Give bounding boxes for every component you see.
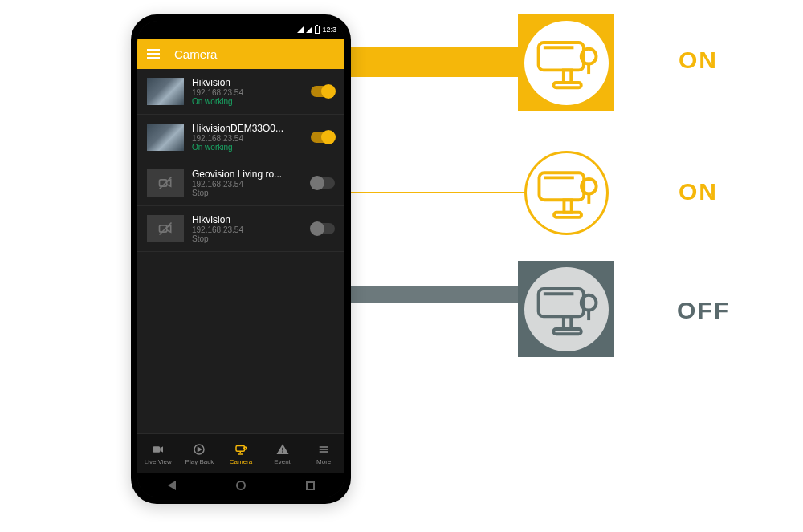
camera-thumbnail-off: [147, 215, 184, 242]
warning-icon: [275, 442, 290, 457]
phone-screen: 12:3 Camera Hikvision 192.168.23.54 On w…: [137, 21, 344, 497]
clock: 12:3: [322, 26, 336, 34]
status-icon-off: [518, 261, 614, 357]
status-label-on-1: ON: [679, 47, 718, 74]
camera-ip: 192.168.23.54: [192, 225, 303, 234]
svg-rect-16: [153, 446, 160, 453]
signal-icon-2: [306, 26, 312, 33]
camera-ip: 192.168.23.54: [192, 134, 303, 143]
nav-playback[interactable]: Play Back: [179, 434, 221, 473]
svg-line-15: [160, 223, 172, 235]
svg-rect-18: [236, 446, 245, 452]
svg-rect-10: [564, 316, 571, 329]
battery-icon: [315, 26, 320, 34]
app-bar: Camera: [137, 39, 344, 69]
nav-camera[interactable]: Camera: [220, 434, 262, 473]
camera-name: HikvisionDEM33O0...: [192, 123, 303, 134]
camera-thumbnail: [147, 78, 184, 105]
svg-line-13: [160, 177, 172, 189]
menu-icon[interactable]: [147, 49, 160, 59]
status-icon-on-1: [518, 14, 614, 111]
callout-band-3: [329, 286, 522, 303]
callout-line-2: [329, 192, 530, 193]
playback-icon: [192, 442, 206, 457]
camera-row[interactable]: HikvisionDEM33O0... 192.168.23.54 On wor…: [137, 115, 344, 160]
camera-toggle[interactable]: [311, 132, 335, 143]
svg-rect-3: [553, 83, 581, 87]
camera-toggle[interactable]: [311, 177, 335, 189]
svg-rect-2: [564, 70, 571, 83]
camera-row[interactable]: Geovision Living ro... 192.168.23.54 Sto…: [137, 160, 344, 206]
camera-status: On working: [192, 97, 303, 106]
nav-more[interactable]: More: [303, 434, 344, 473]
more-icon: [316, 442, 331, 457]
bottom-nav: Live View Play Back Camera Event: [137, 433, 344, 473]
phone-frame: 12:3 Camera Hikvision 192.168.23.54 On w…: [131, 14, 351, 504]
status-icon-on-2: [518, 144, 614, 241]
android-home-icon[interactable]: [236, 481, 246, 490]
camera-toggle[interactable]: [311, 86, 335, 97]
camera-ip: 192.168.23.54: [192, 88, 303, 97]
camera-thumbnail: [147, 124, 184, 151]
svg-rect-20: [282, 448, 283, 451]
android-recent-icon[interactable]: [306, 481, 315, 490]
camera-name: Hikvision: [192, 77, 303, 88]
nav-live-view[interactable]: Live View: [137, 434, 179, 473]
svg-rect-21: [282, 451, 283, 453]
camera-status: On working: [192, 143, 303, 152]
camera-name: Geovision Living ro...: [192, 169, 303, 180]
android-back-icon[interactable]: [168, 481, 176, 490]
camera-name: Hikvision: [192, 214, 303, 225]
camera-icon: [234, 442, 248, 457]
camera-ip: 192.168.23.54: [192, 180, 303, 189]
camera-status: Stop: [192, 189, 303, 197]
nav-event[interactable]: Event: [262, 434, 304, 473]
svg-rect-6: [564, 200, 571, 212]
status-label-off: OFF: [677, 297, 730, 324]
svg-rect-11: [553, 329, 581, 334]
camera-thumbnail-off: [147, 169, 184, 197]
svg-rect-7: [554, 213, 581, 217]
status-bar: 12:3: [137, 21, 344, 39]
android-nav-bar: [137, 473, 344, 497]
camera-status: Stop: [192, 234, 303, 243]
camera-toggle[interactable]: [311, 223, 335, 234]
signal-icon: [297, 26, 304, 33]
video-icon: [151, 442, 165, 457]
camera-list: Hikvision 192.168.23.54 On working Hikvi…: [137, 69, 344, 433]
camera-row[interactable]: Hikvision 192.168.23.54 On working: [137, 69, 344, 115]
status-label-on-2: ON: [679, 178, 718, 205]
page-title: Camera: [174, 47, 217, 61]
camera-row[interactable]: Hikvision 192.168.23.54 Stop: [137, 206, 344, 252]
